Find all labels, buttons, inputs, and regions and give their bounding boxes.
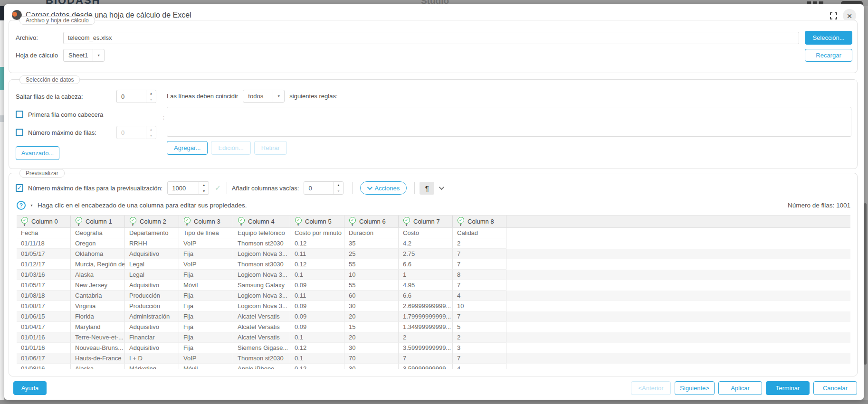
table-cell: Logicom Nova 3... bbox=[233, 249, 290, 259]
table-cell: Cantabria bbox=[71, 291, 125, 301]
table-row[interactable]: 01/08/17VirginiaProducciónFijaLogicom No… bbox=[17, 301, 850, 311]
empty-cols-value[interactable]: 0 bbox=[304, 182, 333, 194]
table-cell: 0.09 bbox=[290, 280, 344, 291]
column-header[interactable]: ✓▼Column 4 bbox=[233, 216, 290, 227]
table-row[interactable]: 01/03/16AlaskaLegalFijaLogicom Nova 3...… bbox=[17, 270, 850, 280]
row-count: Número de filas: 1001 bbox=[788, 202, 850, 209]
pilcrow-toggle-button[interactable]: ¶ bbox=[420, 182, 434, 195]
table-row[interactable]: 01/01/16Nouveau-Bruns...AdquisitivoFijaS… bbox=[17, 343, 850, 353]
table-cell: Fija bbox=[179, 249, 233, 259]
table-cell: 20 bbox=[344, 311, 399, 322]
file-path-input[interactable] bbox=[63, 32, 799, 44]
confirm-check-icon[interactable]: ✓ bbox=[215, 184, 221, 192]
spinner-down-icon[interactable]: ▼ bbox=[199, 188, 209, 194]
max-preview-value[interactable]: 1000 bbox=[168, 182, 199, 194]
skip-rows-value[interactable]: 0 bbox=[117, 90, 146, 103]
caret-down-icon[interactable]: ▼ bbox=[273, 90, 284, 102]
apply-button[interactable]: Aplicar bbox=[718, 381, 762, 395]
max-rows-checkbox[interactable] bbox=[16, 129, 23, 136]
table-cell: 01/01/16 bbox=[17, 332, 71, 343]
fullscreen-icon[interactable] bbox=[830, 12, 837, 19]
max-preview-checkbox[interactable]: ✓ bbox=[16, 184, 23, 192]
table-cell: Duración bbox=[344, 228, 399, 238]
table-cell: 25 bbox=[344, 249, 399, 259]
page-scrollbar[interactable] bbox=[864, 203, 867, 365]
column-header[interactable]: ✓▼Column 6 bbox=[344, 216, 399, 227]
column-header[interactable]: ✓▼Column 5 bbox=[290, 216, 344, 227]
file-label: Archivo: bbox=[16, 34, 63, 41]
table-cell: Siemens Gigase... bbox=[233, 343, 290, 353]
table-row[interactable]: 01/06/15FloridaAdministraciónFijaAlcatel… bbox=[17, 311, 850, 322]
column-header[interactable]: ✓▼Column 0 bbox=[17, 216, 71, 227]
spinner-up-icon[interactable]: ▲ bbox=[334, 182, 343, 188]
finish-button[interactable]: Terminar bbox=[766, 381, 810, 395]
advanced-button[interactable]: Avanzado... bbox=[16, 146, 59, 160]
column-header[interactable]: ✓▼Column 1 bbox=[71, 216, 125, 227]
caret-down-icon[interactable]: ▼ bbox=[30, 204, 33, 207]
table-row[interactable]: 01/05/17New JerseyAdquisitivoMóvilSamsun… bbox=[17, 280, 850, 291]
table-cell: 3.59999999999... bbox=[399, 343, 453, 353]
next-button[interactable]: Siguiente> bbox=[675, 381, 715, 395]
file-select-button[interactable]: Selección... bbox=[805, 31, 852, 45]
table-row[interactable]: 01/05/17OklahomaAdquisitivoFijaLogicom N… bbox=[17, 249, 850, 259]
table-cell: Nouveau-Bruns... bbox=[71, 343, 125, 353]
spinner-up-icon: ▲ bbox=[146, 126, 156, 132]
help-button[interactable]: Ayuda bbox=[13, 381, 47, 395]
help-icon[interactable]: ? bbox=[17, 201, 26, 210]
rules-list[interactable]: ⋮ bbox=[167, 107, 851, 137]
empty-cols-spinner[interactable]: 0 ▲ ▼ bbox=[304, 181, 343, 195]
table-cell: Costo por minuto bbox=[290, 228, 344, 238]
reload-button[interactable]: Recargar bbox=[805, 49, 852, 62]
kebab-handle-icon[interactable]: ⋮ bbox=[161, 116, 166, 120]
spinner-up-icon[interactable]: ▲ bbox=[146, 90, 156, 96]
spinner-down-icon: ▼ bbox=[146, 132, 156, 139]
actions-button[interactable]: Acciones bbox=[360, 181, 407, 195]
match-mode-select[interactable]: todos ▼ bbox=[243, 90, 285, 103]
table-row[interactable]: 01/04/17MarylandAdquisitivoFijaAlcatel V… bbox=[17, 322, 850, 332]
table-row[interactable]: FechaGeografíaDepartamentoTipo de líneaE… bbox=[17, 228, 850, 238]
edit-rule-button[interactable]: Edición... bbox=[211, 141, 250, 155]
spinner-down-icon[interactable]: ▼ bbox=[334, 188, 343, 194]
max-preview-spinner[interactable]: 1000 ▲ ▼ bbox=[167, 181, 209, 195]
skip-rows-spinner[interactable]: 0 ▲ ▼ bbox=[116, 90, 156, 103]
table-cell: 01/12/17 bbox=[17, 259, 71, 270]
table-cell: 70 bbox=[344, 353, 399, 364]
previous-button[interactable]: <Anterior bbox=[631, 381, 671, 395]
table-cell: Legal bbox=[125, 259, 179, 270]
table-cell: Fija bbox=[179, 343, 233, 353]
spinner-down-icon[interactable]: ▼ bbox=[146, 96, 156, 103]
table-cell: 30 bbox=[344, 301, 399, 311]
column-header[interactable]: ✓▼Column 2 bbox=[125, 216, 179, 227]
remove-rule-button[interactable]: Retirar bbox=[254, 141, 287, 155]
caret-down-icon[interactable]: ▼ bbox=[93, 49, 104, 61]
column-header[interactable]: ✓▼Column 3 bbox=[179, 216, 233, 227]
table-cell: Oklahoma bbox=[71, 249, 125, 259]
column-header[interactable]: ✓▼Column 7 bbox=[399, 216, 453, 227]
table-cell: 5 bbox=[453, 322, 506, 332]
table-cell: 01/06/15 bbox=[17, 311, 71, 322]
table-row[interactable]: 01/01/16Terre-Neuve-et-...FinanciarFijaA… bbox=[17, 332, 850, 343]
file-sheet-section: Archivo y hoja de cálculo Archivo: Selec… bbox=[9, 20, 858, 73]
chevron-down-icon[interactable] bbox=[439, 185, 444, 190]
table-cell: VoIP bbox=[179, 353, 233, 364]
spinner-up-icon[interactable]: ▲ bbox=[199, 182, 209, 188]
table-cell: Equipo telefónico bbox=[233, 228, 290, 238]
max-rows-spinner: 0 ▲ ▼ bbox=[116, 126, 156, 139]
table-row[interactable]: 01/06/17Hauts-de-FranceI + DVoIPThomson … bbox=[17, 353, 850, 364]
match-mode-value: todos bbox=[243, 90, 273, 102]
table-cell: 4 bbox=[453, 364, 506, 369]
table-row[interactable]: 01/08/16AlaskaMárketingMóvilApple iPhone… bbox=[17, 364, 850, 369]
table-cell: Legal bbox=[125, 270, 179, 280]
add-rule-button[interactable]: Agregar... bbox=[167, 141, 208, 155]
max-rows-label: Número máximo de filas: bbox=[28, 129, 96, 136]
table-row[interactable]: 01/08/18CantabriaProducciónFijaLogicom N… bbox=[17, 291, 850, 301]
column-header[interactable]: ✓▼Column 8 bbox=[453, 216, 506, 227]
table-row[interactable]: 01/12/17Murcia, Región deLegalVoIPThomso… bbox=[17, 259, 850, 270]
first-row-header-checkbox[interactable] bbox=[16, 111, 23, 118]
sheet-select[interactable]: Sheet1 ▼ bbox=[63, 49, 105, 62]
table-row[interactable]: 01/11/18OregonRRHHVoIPThomson st20300.12… bbox=[17, 238, 850, 249]
table-cell: 3 bbox=[453, 343, 506, 353]
table-cell: 01/11/18 bbox=[17, 238, 71, 249]
table-cell: Samsung Galaxy bbox=[233, 280, 290, 291]
cancel-button[interactable]: Cancelar bbox=[813, 381, 857, 395]
